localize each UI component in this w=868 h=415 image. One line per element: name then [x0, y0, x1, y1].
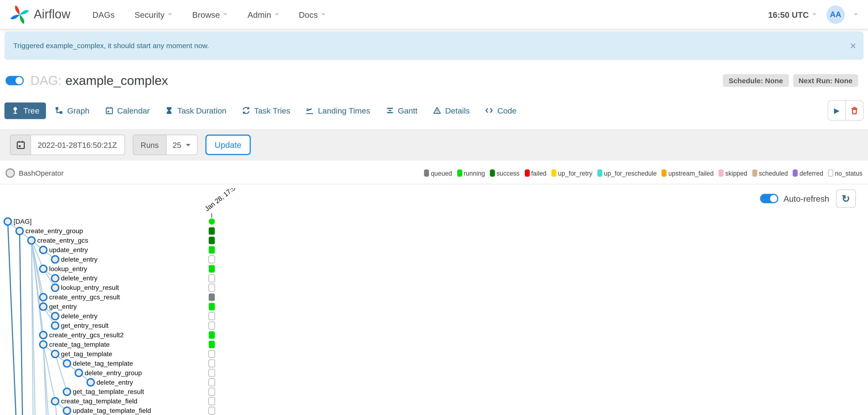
legend-item: skipped: [719, 170, 747, 177]
view-tabs-row: Tree Graph Calendar Task Duration Task T…: [4, 100, 864, 121]
task-status[interactable]: [209, 265, 215, 272]
tab-details[interactable]: Details: [427, 102, 476, 119]
task-status[interactable]: [209, 407, 215, 414]
task-status[interactable]: [209, 293, 215, 301]
task-label: create_entry_group: [25, 227, 83, 235]
task-status[interactable]: [209, 360, 215, 367]
task-label: lookup_entry: [49, 265, 87, 272]
task-node[interactable]: [40, 294, 47, 301]
dag-label-prefix: DAG:: [31, 73, 62, 88]
legend-item: deferred: [793, 170, 823, 177]
chevron-down-icon: [321, 13, 326, 18]
task-node[interactable]: [40, 303, 47, 310]
task-node[interactable]: [63, 360, 71, 367]
next-run-badge: Next Run: None: [793, 74, 858, 87]
task-node[interactable]: [40, 332, 47, 339]
task-status[interactable]: [209, 227, 215, 235]
task-status[interactable]: [209, 397, 215, 405]
airflow-brand[interactable]: Airflow: [10, 5, 70, 24]
dag-pause-toggle[interactable]: [5, 76, 24, 85]
nav-item-security[interactable]: Security: [134, 10, 172, 19]
task-status[interactable]: [209, 350, 215, 358]
task-status[interactable]: [209, 237, 215, 244]
tab-task-duration[interactable]: Task Duration: [158, 102, 233, 119]
status-label: up_for_retry: [558, 170, 592, 176]
task-node[interactable]: [52, 350, 59, 357]
task-node[interactable]: [63, 388, 71, 395]
legend-item: up_for_retry: [552, 170, 592, 177]
status-label: failed: [531, 170, 546, 176]
task-status[interactable]: [209, 284, 215, 291]
task-node[interactable]: [40, 265, 47, 272]
tab-gantt[interactable]: Gantt: [379, 102, 424, 119]
task-node[interactable]: [52, 284, 59, 291]
task-status[interactable]: [209, 246, 215, 254]
task-node[interactable]: [52, 275, 59, 282]
tree-link: [8, 221, 17, 415]
task-node[interactable]: [87, 379, 94, 386]
status-label: no_status: [835, 170, 863, 176]
operator-legend-label: BashOperator: [19, 169, 63, 177]
gantt-bars-icon: [386, 107, 394, 115]
nav-item-dags[interactable]: DAGs: [92, 10, 115, 19]
num-runs-value: 25: [173, 140, 181, 149]
nav-item-admin[interactable]: Admin: [248, 10, 279, 19]
task-node[interactable]: [40, 246, 47, 254]
task-status[interactable]: [209, 379, 215, 386]
update-button[interactable]: Update: [205, 135, 251, 155]
clock-menu[interactable]: 16:50 UTC: [768, 10, 816, 19]
task-node[interactable]: [40, 341, 47, 348]
task-node[interactable]: [75, 369, 83, 376]
tab-calendar[interactable]: Calendar: [98, 102, 156, 119]
task-node[interactable]: [63, 407, 71, 414]
status-label: deferred: [800, 170, 823, 176]
close-icon[interactable]: ×: [850, 41, 856, 51]
task-status[interactable]: [209, 341, 215, 348]
dag-header: DAG: example_complex Schedule: None Next…: [5, 73, 858, 88]
chevron-down-icon: [812, 13, 816, 18]
status-swatch: [793, 170, 798, 177]
task-status[interactable]: [209, 369, 215, 377]
task-node[interactable]: [52, 256, 59, 263]
datepicker-button[interactable]: [10, 135, 31, 155]
base-date-group: [10, 135, 125, 155]
legend-item: queued: [424, 170, 452, 177]
legend-item: running: [457, 170, 485, 177]
status-swatch: [752, 170, 757, 177]
task-status[interactable]: [209, 388, 215, 395]
tab-code[interactable]: Code: [478, 102, 523, 119]
task-status[interactable]: [209, 322, 215, 329]
tab-landing-times[interactable]: Landing Times: [299, 102, 377, 119]
task-node[interactable]: [4, 218, 11, 225]
task-status[interactable]: [209, 274, 215, 282]
avatar[interactable]: AA: [827, 5, 845, 24]
task-node[interactable]: [16, 228, 23, 235]
tab-tree[interactable]: Tree: [4, 102, 46, 119]
status-label: success: [497, 170, 520, 176]
code-brackets-icon: [485, 107, 493, 115]
status-swatch: [490, 170, 495, 177]
task-node[interactable]: [28, 237, 35, 244]
tab-graph[interactable]: Graph: [48, 102, 96, 119]
schedule-badges: Schedule: None Next Run: None: [723, 74, 858, 87]
dag-run-status[interactable]: [209, 218, 215, 225]
chevron-down-icon[interactable]: [854, 13, 858, 18]
num-runs-select[interactable]: 25: [166, 135, 197, 155]
base-date-input[interactable]: [31, 135, 125, 155]
chevron-down-icon: [223, 13, 228, 18]
trigger-alert-banner: Triggered example_complex, it should sta…: [4, 32, 864, 60]
task-status[interactable]: [209, 303, 215, 310]
task-status[interactable]: [209, 331, 215, 339]
legend-item: up_for_reschedule: [597, 170, 657, 177]
trigger-dag-button[interactable]: ▶: [828, 101, 845, 120]
task-status[interactable]: [209, 256, 215, 263]
task-node[interactable]: [52, 398, 59, 405]
nav-item-docs[interactable]: Docs: [299, 10, 326, 19]
nav-item-browse[interactable]: Browse: [192, 10, 228, 19]
delete-dag-button[interactable]: [845, 101, 863, 120]
tab-task-tries[interactable]: Task Tries: [235, 102, 297, 119]
task-node[interactable]: [52, 322, 59, 329]
task-node[interactable]: [52, 313, 59, 320]
task-status[interactable]: [209, 313, 215, 320]
dag-actions: ▶: [828, 100, 864, 121]
